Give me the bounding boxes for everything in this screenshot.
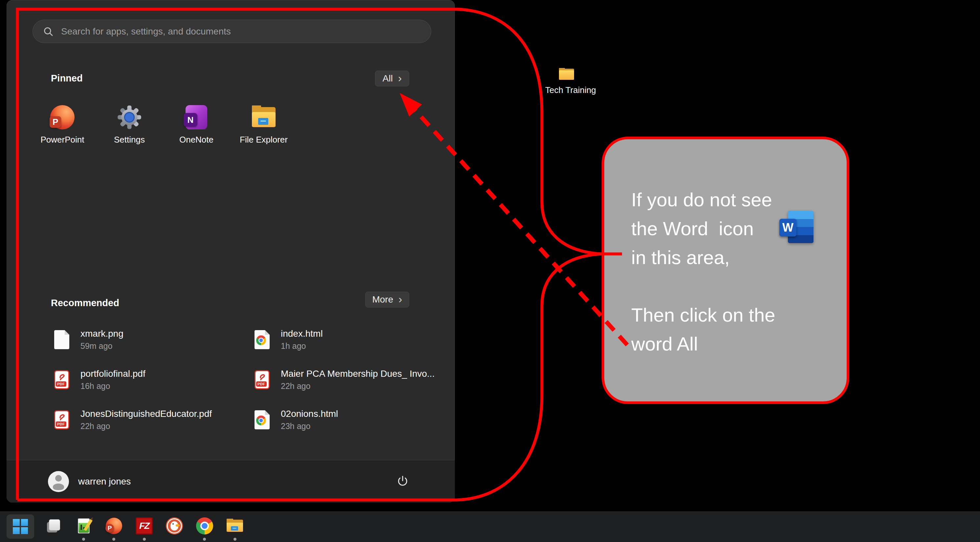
notepad-icon bbox=[75, 517, 92, 534]
pinned-app-label: Settings bbox=[114, 135, 145, 145]
running-indicator bbox=[203, 538, 206, 541]
pinned-app-label: File Explorer bbox=[240, 135, 288, 145]
search-input[interactable] bbox=[61, 26, 421, 37]
recommended-item-time: 1h ago bbox=[281, 341, 323, 351]
recommended-item[interactable]: PDF Maier PCA Membership Dues_ Invo... 2… bbox=[255, 368, 434, 391]
desktop-folder-label: Tech Training bbox=[545, 85, 588, 95]
chrome-html-icon bbox=[255, 330, 270, 349]
more-button-label: More bbox=[372, 294, 393, 305]
pinned-app-label: PowerPoint bbox=[41, 135, 84, 145]
recommended-item-title: xmark.png bbox=[81, 328, 124, 339]
filezilla-icon: FZ bbox=[136, 517, 153, 534]
user-account-button[interactable]: warren jones bbox=[48, 471, 131, 492]
word-icon: W bbox=[780, 211, 813, 243]
taskbar-filezilla-button[interactable]: FZ bbox=[135, 517, 153, 535]
chrome-html-icon bbox=[255, 410, 270, 429]
avatar bbox=[48, 471, 69, 492]
recommended-item-title: portfoliofinal.pdf bbox=[81, 368, 145, 379]
running-indicator bbox=[143, 538, 146, 541]
all-apps-button-label: All bbox=[383, 73, 393, 84]
callout-line: If you do not see bbox=[631, 188, 772, 210]
desktop-screen: Pinned All › P PowerPoint bbox=[0, 0, 980, 542]
onenote-icon: N bbox=[184, 104, 209, 130]
callout-line: word All bbox=[631, 333, 698, 355]
windows-logo-icon bbox=[13, 519, 28, 534]
duckduckgo-icon bbox=[166, 517, 183, 534]
pdf-icon: PDF bbox=[54, 370, 69, 389]
recommended-item-time: 16h ago bbox=[81, 381, 145, 391]
callout-line: the Word icon bbox=[631, 217, 754, 239]
chrome-icon bbox=[196, 517, 213, 534]
taskbar-notepad-button[interactable] bbox=[75, 517, 93, 535]
taskbar-duckduckgo-button[interactable] bbox=[165, 517, 184, 535]
gear-icon bbox=[116, 104, 142, 130]
taskbar: P FZ bbox=[0, 512, 980, 542]
chevron-right-icon: › bbox=[398, 72, 402, 83]
power-icon bbox=[396, 475, 409, 488]
recommended-item-title: 02onions.html bbox=[281, 409, 338, 419]
callout-line: Then click on the bbox=[631, 304, 775, 326]
power-button[interactable] bbox=[393, 472, 412, 491]
pinned-app-file-explorer[interactable]: File Explorer bbox=[232, 104, 296, 149]
taskbar-file-explorer-button[interactable] bbox=[226, 517, 244, 535]
running-indicator bbox=[82, 538, 85, 541]
pinned-app-powerpoint[interactable]: P PowerPoint bbox=[30, 104, 95, 149]
search-input-container[interactable] bbox=[32, 20, 431, 43]
running-indicator bbox=[234, 538, 237, 541]
recommended-item-title: Maier PCA Membership Dues_ Invo... bbox=[281, 368, 434, 379]
recommended-item[interactable]: PDF portfoliofinal.pdf 16h ago bbox=[54, 368, 145, 391]
recommended-item[interactable]: index.html 1h ago bbox=[255, 328, 323, 351]
callout-line: in this area, bbox=[631, 246, 730, 268]
recommended-title: Recommended bbox=[51, 298, 119, 308]
pinned-app-onenote[interactable]: N OneNote bbox=[164, 104, 229, 149]
taskbar-task-view-button[interactable] bbox=[45, 517, 63, 535]
recommended-item-time: 22h ago bbox=[81, 421, 212, 431]
powerpoint-icon: P bbox=[49, 104, 75, 130]
file-explorer-icon bbox=[251, 104, 277, 130]
file-generic-icon bbox=[54, 330, 69, 349]
folder-icon bbox=[558, 67, 575, 81]
pinned-title: Pinned bbox=[51, 73, 83, 84]
chevron-right-icon: › bbox=[398, 293, 402, 304]
user-band: warren jones bbox=[6, 460, 455, 502]
pinned-app-settings[interactable]: Settings bbox=[97, 104, 162, 149]
recommended-item[interactable]: PDF JonesDistinguishedEducator.pdf 22h a… bbox=[54, 409, 212, 431]
recommended-item[interactable]: 02onions.html 23h ago bbox=[255, 409, 338, 431]
task-view-icon bbox=[45, 517, 62, 534]
taskbar-chrome-button[interactable] bbox=[196, 517, 214, 535]
taskbar-windows-start-button[interactable] bbox=[6, 515, 34, 539]
recommended-item-time: 59m ago bbox=[81, 341, 124, 351]
pdf-icon: PDF bbox=[54, 410, 69, 429]
pdf-icon: PDF bbox=[255, 370, 270, 389]
recommended-item-title: JonesDistinguishedEducator.pdf bbox=[81, 409, 212, 419]
running-indicator bbox=[112, 538, 115, 541]
search-icon bbox=[43, 26, 54, 37]
more-button[interactable]: More › bbox=[365, 292, 409, 308]
powerpoint-icon: P bbox=[105, 517, 123, 534]
recommended-item-time: 22h ago bbox=[281, 381, 434, 391]
start-menu-panel: Pinned All › P PowerPoint bbox=[6, 0, 455, 502]
user-name: warren jones bbox=[78, 476, 131, 487]
callout-box: If you do not see the Word icon in this … bbox=[602, 137, 849, 404]
all-apps-button[interactable]: All › bbox=[375, 71, 409, 86]
recommended-item-time: 23h ago bbox=[281, 421, 338, 431]
recommended-item[interactable]: xmark.png 59m ago bbox=[54, 328, 124, 351]
taskbar-powerpoint-button[interactable]: P bbox=[105, 517, 123, 535]
file-explorer-icon bbox=[226, 518, 244, 534]
recommended-item-title: index.html bbox=[281, 328, 323, 339]
pinned-app-label: OneNote bbox=[179, 135, 213, 145]
desktop-folder-tech-training[interactable]: Tech Training bbox=[545, 67, 588, 95]
